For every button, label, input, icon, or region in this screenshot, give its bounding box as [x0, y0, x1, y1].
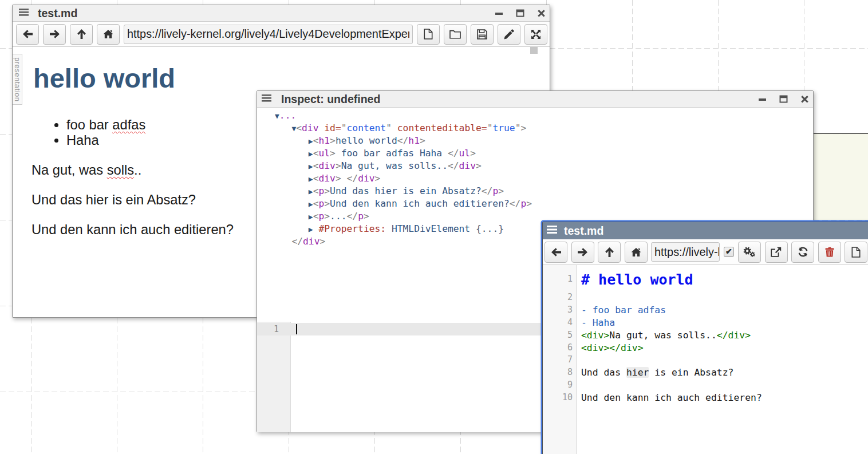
- token: Und den kann ich auch editieren?: [330, 198, 510, 209]
- token: ▶: [309, 137, 313, 145]
- token: p: [318, 198, 324, 209]
- maximize-icon[interactable]: [779, 95, 788, 103]
- window-controls: [758, 95, 809, 103]
- token: - Haha: [581, 317, 615, 328]
- token: ": [341, 123, 347, 133]
- up-button[interactable]: [70, 24, 93, 45]
- token: Na gut, was: [31, 163, 107, 177]
- editor-line[interactable]: 6 <div></div>: [543, 342, 868, 354]
- token: <: [313, 135, 319, 146]
- tree-row[interactable]: ▼<div id="content" contenteditable="true…: [275, 122, 813, 135]
- tree-row[interactable]: ▶<div>Na gut, was solls..</div>: [275, 160, 813, 172]
- forward-button[interactable]: [571, 242, 594, 263]
- token: >: [324, 198, 330, 209]
- reload-button[interactable]: [791, 242, 814, 263]
- edit-button[interactable]: [498, 24, 520, 45]
- token: Na gut, was solls..: [609, 330, 717, 341]
- minimize-icon[interactable]: [495, 9, 503, 17]
- auto-update-checkbox[interactable]: [724, 247, 735, 258]
- url-input[interactable]: [651, 242, 720, 262]
- back-button[interactable]: [545, 242, 567, 263]
- tree-row[interactable]: ▶<p>Und den kann ich auch editieren?</p>: [275, 198, 813, 210]
- menu-icon[interactable]: [547, 226, 557, 236]
- markdown-heading: hello world: [31, 64, 527, 92]
- editor-line[interactable]: 7: [543, 354, 868, 366]
- tree-row[interactable]: ▶<p>...</p>: [275, 210, 813, 223]
- refresh-icon: [798, 247, 808, 257]
- editor-line[interactable]: 10 Und den kann ich auch editieren?: [543, 392, 868, 404]
- token: >: [336, 173, 341, 184]
- tree-row[interactable]: ▶<ul> foo bar adfas Haha </ul>: [275, 147, 813, 160]
- markdown-source-editor[interactable]: 1 # hello world 2 3 - foo bar adfas 4 - …: [543, 265, 868, 454]
- token: >: [498, 185, 504, 196]
- line-number: 1: [257, 323, 279, 335]
- save-button[interactable]: [471, 24, 494, 45]
- token: >: [330, 148, 336, 159]
- menu-icon[interactable]: [262, 94, 271, 104]
- trash-icon: [825, 247, 834, 257]
- back-button[interactable]: [16, 24, 39, 45]
- token: ▶: [309, 149, 313, 158]
- delete-button[interactable]: [818, 242, 841, 263]
- scrollbar-thumb[interactable]: [530, 47, 538, 54]
- settings-button[interactable]: [738, 242, 761, 263]
- token: true: [492, 123, 515, 133]
- tree-row[interactable]: ▶<div> </div>: [275, 172, 813, 185]
- token: h1: [408, 135, 420, 146]
- token: </: [347, 173, 358, 184]
- line-number: 7: [543, 354, 573, 366]
- editor-line[interactable]: 8 Und das hier is ein Absatz?: [543, 366, 868, 379]
- folder-button[interactable]: [444, 24, 467, 45]
- editor-line[interactable]: 2: [543, 291, 868, 304]
- note-rectangle[interactable]: [814, 133, 868, 223]
- maximize-icon[interactable]: [516, 9, 524, 17]
- open-external-button[interactable]: [765, 242, 788, 263]
- line-number: 4: [543, 317, 573, 329]
- editor-line[interactable]: 9: [543, 379, 868, 392]
- home-button[interactable]: [97, 24, 120, 45]
- url-input[interactable]: [124, 25, 413, 44]
- forward-button[interactable]: [43, 24, 66, 45]
- line-code: [573, 354, 868, 366]
- new-file-button[interactable]: [845, 242, 867, 263]
- token: ul: [318, 148, 330, 159]
- token: id=: [324, 123, 341, 133]
- window-controls: [495, 9, 546, 17]
- minimize-icon[interactable]: [758, 95, 767, 103]
- new-file-icon: [424, 29, 433, 40]
- window2-titlebar[interactable]: Inspect: undefined: [257, 91, 813, 108]
- token: Und das hier is ein Absatz?: [330, 185, 482, 196]
- line-number: 6: [543, 342, 573, 354]
- token: p: [520, 198, 526, 209]
- token: </: [397, 135, 409, 146]
- token: <: [296, 123, 302, 133]
- tree-row[interactable]: ▼...: [275, 109, 813, 122]
- token: foo bar adfas Haha: [336, 148, 448, 159]
- close-icon[interactable]: [537, 9, 546, 17]
- tree-row[interactable]: ▶<h1>hello world</h1>: [275, 135, 813, 147]
- line-number: 10: [543, 392, 573, 404]
- new-file-button[interactable]: [417, 24, 440, 45]
- token: >: [319, 236, 325, 247]
- token: hello world: [336, 135, 397, 146]
- tree-row[interactable]: ▶<p>Und das hier is ein Absatz?</p>: [275, 185, 813, 198]
- editor-line[interactable]: 3 - foo bar adfas: [543, 304, 868, 317]
- editor-line[interactable]: 4 - Haha: [543, 317, 868, 329]
- token: ▶: [309, 200, 313, 208]
- window3-titlebar[interactable]: test.md: [543, 222, 868, 239]
- editor-line[interactable]: 1 # hello world: [543, 269, 868, 291]
- checkbox-input[interactable]: [724, 247, 734, 257]
- token: <div></div>: [581, 342, 644, 353]
- editor-line[interactable]: 5 <div>Na gut, was solls..</div>: [543, 329, 868, 342]
- up-button[interactable]: [598, 242, 621, 263]
- window3-toolbar: [543, 239, 868, 265]
- expand-button[interactable]: [524, 24, 547, 45]
- close-icon[interactable]: [800, 95, 809, 103]
- token: solls: [107, 163, 134, 177]
- token: [341, 173, 347, 184]
- presentation-tab[interactable]: presentation: [13, 54, 22, 105]
- menu-icon[interactable]: [19, 8, 29, 18]
- window1-titlebar[interactable]: test.md: [13, 5, 550, 22]
- home-button[interactable]: [625, 242, 648, 263]
- token: [275, 135, 309, 146]
